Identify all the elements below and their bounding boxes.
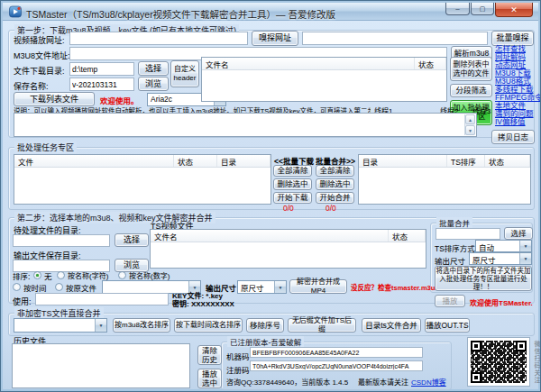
scroll-down-icon[interactable]: ▼ bbox=[465, 125, 475, 135]
clear-all-merge-button[interactable]: 全部清除 bbox=[316, 165, 354, 177]
clear-history-button[interactable]: 清除历史 bbox=[197, 345, 222, 365]
decrypt-merge-mp4-button[interactable]: 解密并合并成MP4 bbox=[289, 279, 347, 294]
play-selected-button[interactable]: 播放选中 bbox=[197, 369, 222, 388]
browse-name-button[interactable]: 浏览 bbox=[138, 77, 169, 91]
plain-merge-dir-select[interactable]: ▼ bbox=[14, 318, 107, 333]
delete-selected-merge-button[interactable]: 删除选中 bbox=[316, 178, 354, 190]
batch-merge-list[interactable]: 目录 TS排序 状态 bbox=[358, 154, 531, 205]
welcome-text: 欢迎使用。 bbox=[100, 95, 139, 105]
output-size-value: 原尺寸 bbox=[241, 282, 273, 293]
app-icon bbox=[9, 5, 22, 18]
play-url-input[interactable] bbox=[69, 32, 248, 45]
play-button[interactable]: 播放 bbox=[435, 295, 465, 307]
chevron-down-icon[interactable]: ▼ bbox=[519, 253, 531, 264]
custom-header-button[interactable]: 自定义header bbox=[170, 60, 199, 87]
pending-dir-input[interactable] bbox=[13, 234, 110, 247]
ts-sort-mode-value: 自动 bbox=[479, 242, 518, 252]
segment-filter-button[interactable]: 分段筛选 bbox=[450, 84, 492, 97]
ts-file-list[interactable]: 文件名 状态 bbox=[150, 229, 426, 269]
reg-code-input[interactable] bbox=[250, 360, 423, 371]
start-download-button[interactable]: 开始下载 bbox=[273, 192, 312, 204]
qr-finder-icon bbox=[471, 341, 481, 351]
ts-file-list-header: 文件名 状态 bbox=[151, 230, 426, 242]
output-size-select[interactable]: 原尺寸 ▼ bbox=[237, 280, 287, 294]
merge-dir-ts-button[interactable]: 目录ts文件合并 bbox=[362, 318, 421, 333]
scroll-up-icon[interactable]: ▲ bbox=[465, 114, 475, 124]
col-ts-sort[interactable]: TS排序 bbox=[447, 155, 485, 167]
start-merge-button[interactable]: 开始合并 bbox=[316, 192, 354, 204]
close-icon[interactable]: ✕ bbox=[495, 3, 533, 17]
maximize-icon[interactable]: ▢ bbox=[471, 3, 494, 15]
sniff-url-button[interactable]: 嗅探网址 bbox=[252, 31, 298, 46]
col-status[interactable]: 状态 bbox=[174, 155, 217, 167]
sort-char-label: 按名称(字符) bbox=[68, 270, 108, 280]
delete-selected-download-button[interactable]: 删除选中 bbox=[273, 178, 312, 190]
batch-output-size-label: 输出尺寸 bbox=[435, 255, 465, 266]
chevron-down-icon[interactable]: ▼ bbox=[95, 319, 106, 332]
sniff-result-input[interactable] bbox=[302, 32, 488, 45]
chevron-down-icon[interactable]: ▼ bbox=[519, 241, 531, 251]
remove-number-button[interactable]: 移除序号 bbox=[246, 318, 284, 333]
batch-zone-legend: 批处理任务专区 bbox=[14, 141, 77, 153]
rename-by-m3u8-button[interactable]: 按m3u8改名排序 bbox=[113, 318, 170, 333]
save-name-label: 保存名称: bbox=[14, 80, 49, 92]
app-window: TSMaster（TS/m3u8/ckplayer视频文件下载解密合并工具）— … bbox=[0, 0, 541, 392]
qr-caption: 微信扫码关注 bbox=[532, 341, 541, 384]
col-status[interactable]: 状态 bbox=[415, 58, 446, 69]
download-list-button[interactable]: 下载列表文件 bbox=[14, 92, 95, 106]
sort-none-label: 无 bbox=[44, 270, 52, 281]
sort-label: 排序: bbox=[13, 270, 30, 281]
merge-count: 0/0 bbox=[326, 204, 336, 213]
choose-dir-button[interactable]: 选择 bbox=[138, 61, 169, 76]
latest-version-text: 最新版本请关注 bbox=[358, 377, 408, 387]
col-dir[interactable]: 目录 bbox=[359, 155, 447, 167]
batch-output-size-select[interactable]: 原尺寸 ▼ bbox=[469, 252, 532, 265]
clear-all-download-button[interactable]: 全部清除 bbox=[273, 165, 312, 177]
radio-sort-none[interactable] bbox=[33, 271, 41, 279]
col-filename[interactable]: 文件名 bbox=[151, 230, 389, 242]
col-status[interactable]: 状态 bbox=[485, 155, 530, 167]
machine-code-input[interactable] bbox=[250, 347, 423, 358]
radio-sort-num[interactable] bbox=[118, 271, 126, 279]
download-dir-label: 文件下载目录: bbox=[14, 65, 65, 77]
col-filename[interactable]: 文件名 bbox=[202, 58, 415, 69]
welcome-tsmaster-text: 欢迎使用TSMaster. bbox=[470, 297, 533, 307]
radio-sort-char[interactable] bbox=[57, 271, 65, 279]
registration-legend: 已注册版本-吾爱破解 bbox=[227, 336, 304, 347]
log-box[interactable]: ▲ ▼ bbox=[14, 113, 477, 137]
batch-merge-dir-input[interactable] bbox=[436, 228, 500, 240]
col-dir[interactable]: 目录 bbox=[217, 155, 270, 167]
log-scrollbar[interactable]: ▲ ▼ bbox=[464, 114, 475, 135]
minimize-icon[interactable]: – bbox=[445, 3, 470, 15]
qr-finder-icon bbox=[471, 372, 481, 383]
radio-sort-time[interactable] bbox=[13, 283, 21, 291]
machine-code-label: 机器码 bbox=[226, 351, 250, 361]
batch-download-list[interactable]: 文件 状态 目录 bbox=[14, 154, 271, 205]
history-listbox[interactable] bbox=[12, 343, 190, 388]
ts-sort-mode-select[interactable]: 自动 ▼ bbox=[475, 240, 532, 252]
chevron-down-icon[interactable]: ▼ bbox=[274, 281, 286, 293]
delete-selected-button[interactable]: 删除列表中选中的文件 bbox=[450, 57, 492, 81]
download-file-list-header: 文件名 状态 bbox=[202, 58, 446, 70]
save-name-input[interactable] bbox=[69, 77, 134, 91]
add-subfolders-to-batch-button[interactable]: 将选中目录下的所有子文件夹加入批处理任务专区批量进行处理！！ bbox=[435, 266, 532, 291]
batch-output-size-value: 原尺寸 bbox=[472, 254, 518, 265]
batch-merge-legend: 批量合并 bbox=[436, 217, 472, 228]
download-count: 0/0 bbox=[283, 204, 294, 213]
csdn-blog-link[interactable]: CSDN博客 bbox=[411, 377, 446, 387]
choose-pending-dir-button[interactable]: 选择 bbox=[115, 233, 149, 247]
play-out-ts-button[interactable]: 播放OUT.TS bbox=[425, 318, 470, 333]
col-status[interactable]: 状态 bbox=[389, 230, 426, 242]
batch-merge-choose-button[interactable]: 选择 bbox=[504, 227, 533, 240]
download-dir-input[interactable] bbox=[69, 62, 134, 76]
copy-log-button[interactable]: 拷贝日志 bbox=[491, 130, 535, 144]
use-key-input[interactable] bbox=[35, 293, 169, 305]
rename-by-time-button[interactable]: 按下载时间改名排序 bbox=[174, 318, 243, 333]
add-ts-suffix-button[interactable]: 无后缀文件加TS后缀 bbox=[288, 318, 356, 333]
radio-sort-orig[interactable] bbox=[55, 283, 63, 291]
download-file-list[interactable]: 文件名 状态 bbox=[201, 57, 447, 102]
window-title: TSMaster（TS/m3u8/ckplayer视频文件下载解密合并工具）— … bbox=[26, 7, 335, 21]
col-file[interactable]: 文件 bbox=[14, 155, 174, 167]
link-iv-offset[interactable]: IV偏移值 bbox=[495, 115, 526, 126]
m3u8-url-label: M3U8文件地址: bbox=[14, 50, 70, 61]
